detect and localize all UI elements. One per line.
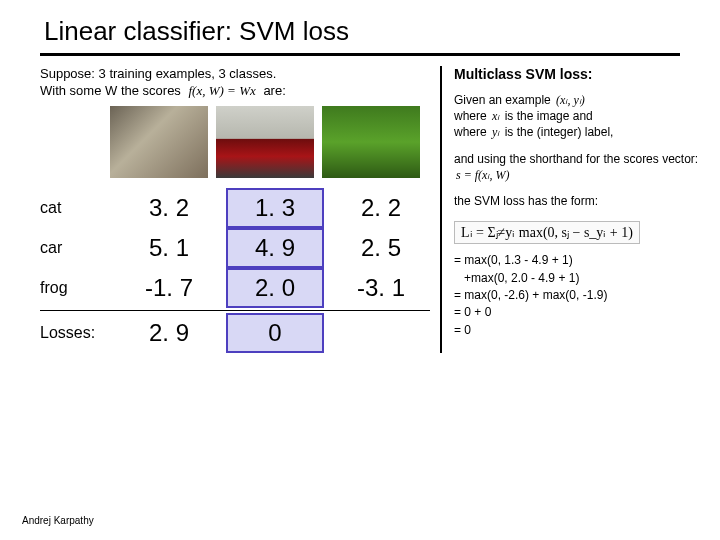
cat-image xyxy=(110,106,208,178)
calc-line-5: = 0 xyxy=(454,322,700,339)
p1a: Given an example xyxy=(454,93,551,107)
scores-shorthand: s = f(xᵢ, W) xyxy=(454,168,511,182)
loss-c3 xyxy=(332,329,430,337)
loss-c1: 2. 9 xyxy=(120,315,218,351)
calculation-block: = max(0, 1.3 - 4.9 + 1) +max(0, 2.0 - 4.… xyxy=(454,252,700,339)
sym-xi: xᵢ xyxy=(490,109,501,123)
p1d: where xyxy=(454,125,487,139)
row-label-frog: frog xyxy=(40,271,112,305)
slide-title: Linear classifier: SVM loss xyxy=(0,0,720,53)
calc-line-4: = 0 + 0 xyxy=(454,304,700,321)
score-c2-r2: 4. 9 xyxy=(226,228,324,268)
image-row xyxy=(110,106,430,178)
intro-line-2a: With some W the scores xyxy=(40,83,181,98)
score-table: cat 3. 2 1. 3 2. 2 car 5. 1 4. 9 2. 5 fr… xyxy=(40,188,430,353)
score-c1-r3: -1. 7 xyxy=(120,270,218,306)
calc-line-1: = max(0, 1.3 - 4.9 + 1) xyxy=(454,252,700,269)
loss-c2: 0 xyxy=(226,313,324,353)
calc-line-2: +max(0, 2.0 - 4.9 + 1) xyxy=(454,270,700,287)
car-image xyxy=(216,106,314,178)
sym-yi: yᵢ xyxy=(490,125,501,139)
shorthand-text: and using the shorthand for the scores v… xyxy=(454,151,700,183)
intro-line-1: Suppose: 3 training examples, 3 classes. xyxy=(40,66,430,83)
score-c3-r3: -3. 1 xyxy=(332,270,430,306)
svm-loss-formula: Lᵢ = Σⱼ≠yᵢ max(0, sⱼ − s_yᵢ + 1) xyxy=(454,221,640,244)
score-c3-r2: 2. 5 xyxy=(332,230,430,266)
pair-xi-yi: (xᵢ, yᵢ) xyxy=(554,93,587,107)
p1b: where xyxy=(454,109,487,123)
score-c2-r1: 1. 3 xyxy=(226,188,324,228)
row-label-cat: cat xyxy=(40,191,112,225)
p2a: and using the shorthand for the scores v… xyxy=(454,152,698,166)
intro-line-2b: are: xyxy=(263,83,285,98)
p1e: is the (integer) label, xyxy=(505,125,614,139)
intro-formula: f(x, W) = Wx xyxy=(185,83,260,98)
intro-line-2: With some W the scores f(x, W) = Wx are: xyxy=(40,83,430,100)
frog-image xyxy=(322,106,420,178)
score-c2-r3: 2. 0 xyxy=(226,268,324,308)
given-example-text: Given an example (xᵢ, yᵢ) where xᵢ is th… xyxy=(454,92,700,141)
right-column: Multiclass SVM loss: Given an example (x… xyxy=(442,66,700,353)
title-rule xyxy=(40,53,680,56)
score-c3-r1: 2. 2 xyxy=(332,190,430,226)
intro-text: Suppose: 3 training examples, 3 classes.… xyxy=(40,66,430,100)
row-label-car: car xyxy=(40,231,112,265)
row-label-losses: Losses: xyxy=(40,316,112,350)
p1c: is the image and xyxy=(505,109,593,123)
score-c1-r2: 5. 1 xyxy=(120,230,218,266)
calc-line-3: = max(0, -2.6) + max(0, -1.9) xyxy=(454,287,700,304)
score-c1-r1: 3. 2 xyxy=(120,190,218,226)
svm-form-text: the SVM loss has the form: xyxy=(454,193,700,209)
footer-credit: Andrej Karpathy xyxy=(22,515,94,526)
right-heading: Multiclass SVM loss: xyxy=(454,66,700,82)
losses-divider xyxy=(40,310,430,311)
content-area: Suppose: 3 training examples, 3 classes.… xyxy=(0,66,720,353)
left-column: Suppose: 3 training examples, 3 classes.… xyxy=(40,66,442,353)
